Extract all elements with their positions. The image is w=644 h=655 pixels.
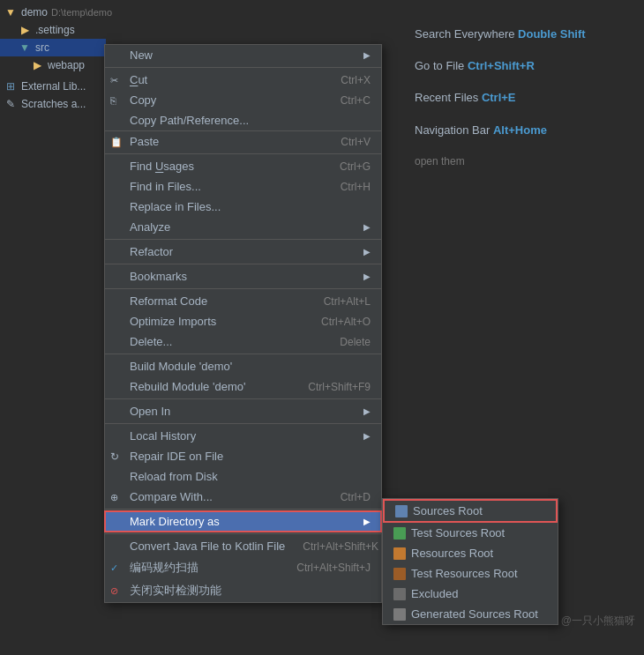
sources-root-folder-icon [395, 505, 408, 517]
menu-item-code-check-label: 编码规约扫描 [130, 560, 198, 576]
menu-item-compare[interactable]: ⊕ Compare With... Ctrl+D [105, 487, 381, 507]
divider-3 [105, 239, 381, 240]
info-search-everywhere-shortcut: Double Shift [518, 27, 586, 41]
info-go-to-file-label: Go to File [415, 59, 468, 72]
submenu-item-excluded-label: Excluded [411, 587, 458, 600]
info-navigation-bar-label: Navigation Bar [415, 123, 493, 137]
divider-2 [105, 153, 381, 154]
menu-item-convert-java[interactable]: Convert Java File to Kotlin File Ctrl+Al… [105, 536, 381, 556]
convert-java-shortcut: Ctrl+Alt+Shift+K [303, 540, 378, 553]
menu-item-refactor-label: Refactor [130, 245, 173, 258]
tree-item-demo[interactable]: ▼ demo D:\temp\demo [0, 4, 106, 21]
info-go-to-file: Go to File Ctrl+Shift+R [415, 58, 635, 74]
submenu-item-resources-root[interactable]: Resources Root [383, 543, 558, 563]
cut-icon: ✂ [110, 74, 118, 86]
reformat-shortcut: Ctrl+Alt+L [324, 295, 371, 308]
tree-item-src[interactable]: ▼ src [0, 39, 106, 56]
menu-item-open-in[interactable]: Open In ▶ [105, 401, 381, 421]
menu-item-new[interactable]: New ▶ [105, 45, 381, 65]
menu-item-bookmarks[interactable]: Bookmarks ▶ [105, 266, 381, 287]
menu-item-copy-path-label: Copy Path/Reference... [130, 114, 249, 127]
menu-item-cut[interactable]: ✂ Cut Ctrl+X [105, 70, 381, 90]
submenu-item-sources-root-label: Sources Root [413, 504, 483, 517]
submenu-item-resources-root-label: Resources Root [411, 547, 493, 560]
tree-item-demo-path: D:\temp\demo [51, 7, 112, 18]
paste-shortcut: Ctrl+V [341, 136, 371, 148]
menu-item-reformat[interactable]: Reformat Code Ctrl+Alt+L [105, 291, 381, 311]
divider-8 [105, 423, 381, 424]
submenu-item-test-sources-label: Test Sources Root [411, 526, 505, 540]
menu-item-find-files[interactable]: Find in Files... Ctrl+H [105, 176, 381, 197]
menu-item-copy[interactable]: ⎘ Copy Ctrl+C [105, 90, 381, 110]
arrow-open-in: ▶ [363, 406, 371, 416]
menu-item-cut-label: Cut [130, 73, 147, 86]
submenu-item-excluded[interactable]: Excluded [383, 584, 558, 604]
submenu-item-test-sources[interactable]: Test Sources Root [383, 523, 558, 543]
compare-shortcut: Ctrl+D [341, 491, 371, 503]
tree-item-demo-label: demo [21, 6, 48, 19]
menu-item-analyze[interactable]: Analyze ▶ [105, 217, 381, 237]
divider-5 [105, 288, 381, 289]
menu-item-reformat-label: Reformat Code [130, 294, 207, 308]
resources-folder-icon [393, 547, 406, 560]
info-recent-files-shortcut: Ctrl+E [482, 91, 516, 104]
tree-item-scratches-label: Scratches a... [21, 98, 86, 110]
rebuild-shortcut: Ctrl+Shift+F9 [308, 381, 371, 393]
menu-item-rebuild-module-label: Rebuild Module 'demo' [130, 380, 245, 393]
file-tree: ▼ demo D:\temp\demo ▶ .settings ▼ src ▶ … [0, 0, 106, 655]
folder-icon-webapp: ▶ [30, 58, 44, 72]
copy-shortcut: Ctrl+C [341, 94, 371, 107]
menu-item-code-check[interactable]: ✓ 编码规约扫描 Ctrl+Alt+Shift+J [105, 556, 381, 579]
menu-item-local-history[interactable]: Local History ▶ [105, 426, 381, 446]
tree-item-scratches[interactable]: ✎ Scratches a... [0, 95, 106, 113]
submenu-item-test-resources[interactable]: Test Resources Root [383, 563, 558, 584]
copy-icon: ⎘ [110, 95, 116, 106]
arrow-local-history: ▶ [363, 431, 371, 441]
divider-1 [105, 67, 381, 68]
folder-icon-src: ▼ [18, 41, 32, 55]
menu-item-replace-files[interactable]: Replace in Files... [105, 197, 381, 217]
test-sources-folder-icon [393, 527, 406, 540]
scratches-icon: ✎ [4, 97, 18, 111]
menu-item-open-in-label: Open In [130, 405, 170, 418]
refresh-icon: ↻ [110, 450, 119, 463]
delete-shortcut: Delete [340, 336, 371, 348]
tree-item-settings[interactable]: ▶ .settings [0, 21, 106, 39]
info-recent-files-label: Recent Files [415, 91, 482, 104]
menu-item-repair-ide[interactable]: ↻ Repair IDE on File [105, 446, 381, 466]
info-recent-files: Recent Files Ctrl+E [415, 90, 635, 106]
submenu-item-sources-root[interactable]: Sources Root [383, 499, 558, 523]
submenu-mark-directory: Sources Root Test Sources Root Resources… [382, 498, 558, 625]
menu-item-repair-ide-label: Repair IDE on File [130, 450, 223, 463]
tree-item-external-lib-label: External Lib... [21, 80, 86, 93]
divider-6 [105, 354, 381, 354]
menu-item-paste[interactable]: 📋 Paste Ctrl+V [105, 130, 381, 152]
menu-item-new-label: New [130, 48, 153, 62]
compare-icon: ⊕ [110, 491, 118, 502]
menu-item-copy-path[interactable]: Copy Path/Reference... [105, 110, 381, 130]
menu-item-build-module[interactable]: Build Module 'demo' [105, 356, 381, 376]
menu-item-realtime[interactable]: ⊘ 关闭实时检测功能 [105, 579, 381, 602]
menu-item-find-usages-label: Find Usages [130, 160, 194, 173]
arrow-refactor: ▶ [363, 247, 371, 257]
menu-item-find-usages[interactable]: Find Usages Ctrl+G [105, 156, 381, 176]
menu-item-delete[interactable]: Delete... Delete [105, 331, 381, 352]
submenu-item-generated[interactable]: Generated Sources Root [383, 604, 558, 624]
menu-item-rebuild-module[interactable]: Rebuild Module 'demo' Ctrl+Shift+F9 [105, 376, 381, 397]
info-open-them: open them [415, 154, 635, 169]
info-search-everywhere-label: Search Everywhere [415, 27, 518, 41]
tree-item-src-label: src [35, 41, 49, 54]
tree-item-webapp[interactable]: ▶ webapp [0, 56, 106, 74]
menu-item-reload-disk[interactable]: Reload from Disk [105, 466, 381, 487]
menu-item-refactor[interactable]: Refactor ▶ [105, 242, 381, 262]
info-navigation-bar: Navigation Bar Alt+Home [415, 123, 635, 138]
menu-item-local-history-label: Local History [130, 429, 196, 443]
library-icon: ⊞ [4, 79, 18, 93]
menu-item-realtime-label: 关闭实时检测功能 [130, 583, 221, 599]
menu-item-optimize-imports[interactable]: Optimize Imports Ctrl+Alt+O [105, 311, 381, 331]
menu-item-mark-directory[interactable]: Mark Directory as ▶ [105, 511, 381, 532]
tree-item-external-lib[interactable]: ⊞ External Lib... [0, 78, 106, 95]
find-usages-shortcut: Ctrl+G [340, 160, 371, 173]
divider-10 [105, 533, 381, 534]
menu-item-analyze-label: Analyze [130, 220, 170, 234]
